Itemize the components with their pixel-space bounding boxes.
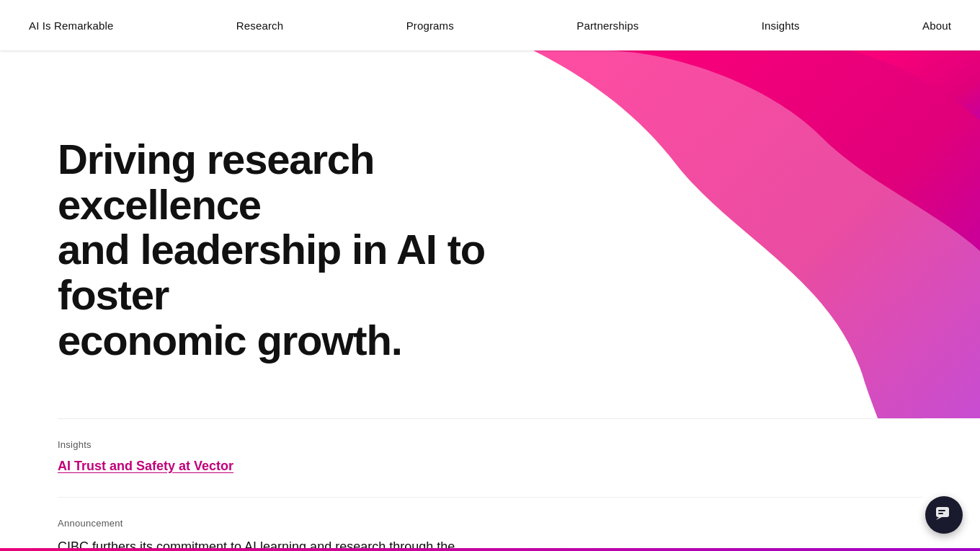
content-section: Insights AI Trust and Safety at Vector A… [0, 418, 980, 551]
svg-rect-5 [938, 513, 943, 514]
svg-rect-4 [938, 510, 945, 511]
chat-icon [935, 506, 953, 524]
bottom-progress-bar [0, 548, 980, 551]
nav-links: AI Is Remarkable Research Programs Partn… [0, 0, 980, 50]
svg-rect-2 [936, 507, 949, 517]
nav-link-research[interactable]: Research [236, 19, 283, 32]
svg-marker-3 [936, 517, 942, 520]
hero-title: Driving research excellence and leadersh… [58, 137, 504, 363]
nav-left: VECTOR INSTITUT VECTEUR AI Is Remarkable… [29, 14, 130, 37]
section-divider [58, 418, 922, 419]
announcement-divider [58, 497, 922, 498]
hero-title-line1: Driving research excellence [58, 136, 374, 228]
nav-link-insights[interactable]: Insights [762, 19, 800, 32]
hero-section: Driving research excellence and leadersh… [0, 50, 980, 433]
nav-link-partnerships[interactable]: Partnerships [576, 19, 638, 32]
hero-title-line3: economic growth. [58, 317, 402, 363]
announcement-label: Announcement [58, 518, 922, 529]
main-navigation: VECTOR INSTITUT VECTEUR AI Is Remarkable… [0, 0, 980, 50]
hero-content: Driving research excellence and leadersh… [0, 50, 504, 420]
nav-link-programs[interactable]: Programs [406, 19, 454, 32]
chat-widget[interactable] [925, 496, 963, 534]
insights-link[interactable]: AI Trust and Safety at Vector [58, 459, 233, 474]
insights-label: Insights [58, 439, 922, 450]
nav-link-about[interactable]: About [922, 19, 951, 32]
hero-blob [432, 50, 980, 433]
nav-link-ai-is-remarkable[interactable]: AI Is Remarkable [29, 19, 113, 32]
hero-title-line2: and leadership in AI to foster [58, 226, 485, 318]
